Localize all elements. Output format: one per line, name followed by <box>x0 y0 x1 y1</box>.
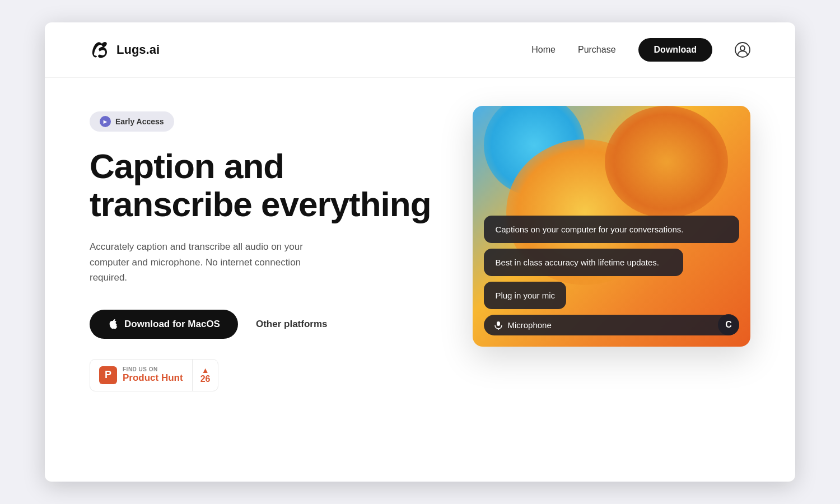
hero-title-line2: transcribe everything <box>90 185 431 223</box>
nav-purchase[interactable]: Purchase <box>578 45 616 55</box>
nav-right: Home Purchase Download <box>531 38 750 62</box>
badge-arrow-icon: ► <box>100 116 111 127</box>
caption-bubble-1: Captions on your computer for your conve… <box>484 216 739 243</box>
blob-orange <box>605 106 728 218</box>
nav-download-button[interactable]: Download <box>638 38 712 62</box>
microphone-icon <box>494 321 503 330</box>
svg-point-1 <box>740 46 745 50</box>
ph-text-block: FIND US ON Product Hunt <box>123 366 183 384</box>
early-access-badge: ► Early Access <box>90 111 174 132</box>
ph-product-hunt-name: Product Hunt <box>123 372 183 384</box>
microphone-pill: Microphone <box>484 315 739 335</box>
browser-window: Lugs.ai Home Purchase Download ► Early A… <box>45 22 795 482</box>
other-platforms-button[interactable]: Other platforms <box>256 319 328 330</box>
download-macos-label: Download for MacOS <box>124 319 220 330</box>
hero-right: Captions on your computer for your conve… <box>473 106 750 347</box>
svg-rect-2 <box>497 321 500 326</box>
ph-p-icon: P <box>99 366 117 384</box>
caption-bubble-3: Plug in your mic <box>484 282 566 309</box>
ph-vote-count: 26 <box>200 374 211 384</box>
user-account-button[interactable] <box>735 42 750 58</box>
chat-bubbles-overlay: Captions on your computer for your conve… <box>473 204 750 347</box>
ph-right: ▲ 26 <box>193 361 218 390</box>
microphone-label: Microphone <box>507 320 551 330</box>
cta-row: Download for MacOS Other platforms <box>90 310 453 339</box>
caption-bubble-2: Best in class accuracy with lifetime upd… <box>484 249 683 276</box>
hero-subtitle: Accurately caption and transcribe all au… <box>90 239 336 285</box>
hero-title: Caption and transcribe everything <box>90 147 453 223</box>
user-icon <box>735 42 750 58</box>
logo-text: Lugs.ai <box>116 43 160 57</box>
plug-in-row: Plug in your mic C <box>484 282 739 309</box>
ph-left: P FIND US ON Product Hunt <box>90 360 193 391</box>
ph-upvote-arrow: ▲ <box>202 366 209 374</box>
nav-home[interactable]: Home <box>531 45 556 55</box>
hero-section: ► Early Access Caption and transcribe ev… <box>45 78 795 425</box>
ph-find-us-label: FIND US ON <box>123 366 183 372</box>
download-macos-button[interactable]: Download for MacOS <box>90 310 238 339</box>
badge-label: Early Access <box>115 117 164 126</box>
navbar: Lugs.ai Home Purchase Download <box>45 22 795 78</box>
hero-title-line1: Caption and <box>90 147 284 185</box>
product-hunt-badge[interactable]: P FIND US ON Product Hunt ▲ 26 <box>90 359 218 391</box>
apple-icon <box>108 319 119 330</box>
hero-left: ► Early Access Caption and transcribe ev… <box>90 106 453 391</box>
logo-area: Lugs.ai <box>90 39 160 60</box>
logo-icon <box>90 39 111 60</box>
app-screenshot: Captions on your computer for your conve… <box>473 106 750 347</box>
c-badge: C <box>718 314 739 335</box>
